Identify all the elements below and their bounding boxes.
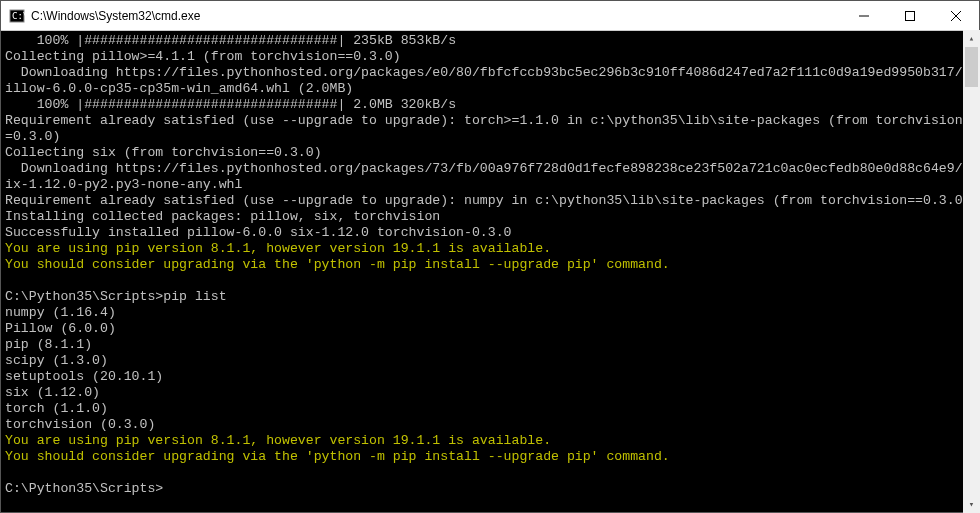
terminal-line: pip (8.1.1) (5, 337, 975, 353)
terminal-line: scipy (1.3.0) (5, 353, 975, 369)
vertical-scrollbar[interactable]: ▴ ▾ (963, 30, 980, 513)
scroll-down-arrow[interactable]: ▾ (963, 496, 980, 513)
terminal-line: Installing collected packages: pillow, s… (5, 209, 975, 225)
window-controls (841, 1, 979, 30)
terminal-line: six (1.12.0) (5, 385, 975, 401)
terminal-output[interactable]: 100% |################################| … (1, 31, 979, 512)
scroll-thumb[interactable] (965, 47, 978, 87)
titlebar[interactable]: C:\ C:\Windows\System32\cmd.exe (1, 1, 979, 31)
terminal-line (5, 465, 975, 481)
terminal-line: Successfully installed pillow-6.0.0 six-… (5, 225, 975, 241)
terminal-line: You are using pip version 8.1.1, however… (5, 241, 975, 257)
terminal-line: numpy (1.16.4) (5, 305, 975, 321)
svg-text:C:\: C:\ (12, 11, 25, 21)
close-button[interactable] (933, 1, 979, 30)
cmd-icon: C:\ (9, 8, 25, 24)
minimize-button[interactable] (841, 1, 887, 30)
terminal-line: Downloading https://files.pythonhosted.o… (5, 65, 975, 97)
terminal-line: 100% |################################| … (5, 33, 975, 49)
terminal-line: Downloading https://files.pythonhosted.o… (5, 161, 975, 193)
terminal-line: torchvision (0.3.0) (5, 417, 975, 433)
terminal-line: C:\Python35\Scripts>pip list (5, 289, 975, 305)
terminal-line: 100% |################################| … (5, 97, 975, 113)
terminal-line: Requirement already satisfied (use --upg… (5, 193, 975, 209)
terminal-line: You should consider upgrading via the 'p… (5, 257, 975, 273)
terminal-line: You should consider upgrading via the 'p… (5, 449, 975, 465)
terminal-line: Collecting six (from torchvision==0.3.0) (5, 145, 975, 161)
cmd-window: C:\ C:\Windows\System32\cmd.exe 100% |##… (0, 0, 980, 513)
scroll-up-arrow[interactable]: ▴ (963, 30, 980, 47)
terminal-line: C:\Python35\Scripts> (5, 481, 975, 497)
terminal-line: setuptools (20.10.1) (5, 369, 975, 385)
terminal-line: Requirement already satisfied (use --upg… (5, 113, 975, 145)
terminal-line: You are using pip version 8.1.1, however… (5, 433, 975, 449)
svg-rect-3 (906, 11, 915, 20)
terminal-line: Pillow (6.0.0) (5, 321, 975, 337)
terminal-line (5, 273, 975, 289)
terminal-line: torch (1.1.0) (5, 401, 975, 417)
maximize-button[interactable] (887, 1, 933, 30)
terminal-line: Collecting pillow>=4.1.1 (from torchvisi… (5, 49, 975, 65)
scroll-track[interactable] (963, 47, 980, 496)
window-title: C:\Windows\System32\cmd.exe (31, 9, 841, 23)
